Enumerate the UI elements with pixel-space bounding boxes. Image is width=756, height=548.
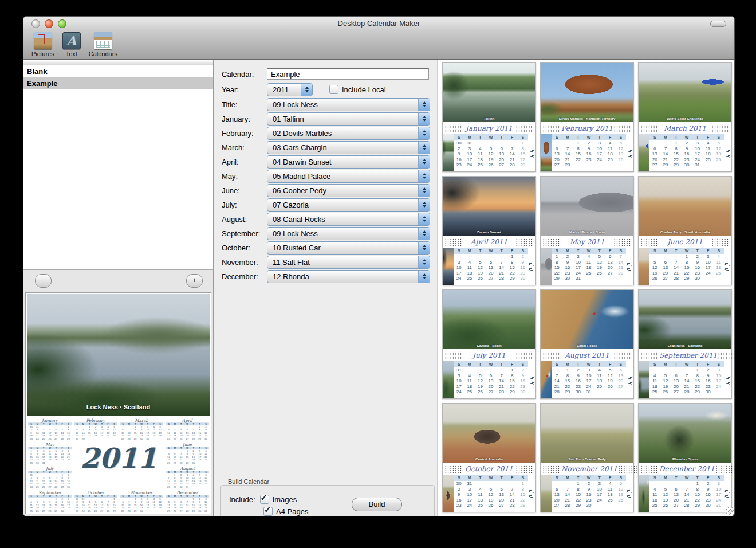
month-select-december[interactable]: 12 Rhonda	[267, 270, 430, 283]
weekday-letter: S	[454, 248, 464, 254]
resize-grip-icon[interactable]	[726, 507, 734, 515]
date-cell: 18	[649, 384, 660, 390]
remove-calendar-button[interactable]: −	[35, 274, 52, 288]
popup-arrows-icon[interactable]	[418, 228, 430, 240]
month-card-january: TallinnJanuary 2011SMTWTFS30311234567891…	[442, 62, 536, 172]
calendar-name-input[interactable]	[267, 68, 429, 80]
weekday-letter: T	[692, 134, 703, 140]
month-select-april[interactable]: 04 Darwin Sunset	[267, 155, 430, 169]
toolbar-item-text[interactable]: AText	[62, 29, 81, 57]
date-cell	[486, 140, 497, 146]
month-label: February:	[222, 129, 267, 138]
date-cell: 23	[517, 384, 528, 390]
month-select-november[interactable]: 11 Salt Flat	[267, 256, 430, 269]
title-bar[interactable]: Desktop Calendar Maker	[23, 17, 734, 29]
date-cell: 22	[573, 498, 584, 503]
build-button[interactable]: Build	[352, 498, 402, 511]
calendar-list-item-blank[interactable]: Blank	[23, 65, 213, 77]
mini-date-cell: 31	[144, 437, 151, 440]
date-cell: 27	[486, 276, 497, 281]
include-images-checkbox[interactable]	[260, 495, 269, 504]
month-select-may[interactable]: 05 Madrid Palace	[267, 170, 430, 183]
arrow-up-icon	[423, 173, 426, 175]
date-cell: 3	[713, 367, 724, 373]
date-cell: 29	[517, 162, 528, 168]
date-cell	[464, 367, 475, 373]
date-cell: 12	[660, 492, 671, 498]
date-cell	[615, 276, 626, 281]
toolbar-item-pictures[interactable]: Pictures	[32, 29, 54, 57]
date-cell: 9	[682, 146, 692, 152]
popup-arrows-icon[interactable]	[418, 99, 430, 111]
stepper-arrows-icon[interactable]	[301, 84, 312, 96]
weekday-letter: S	[552, 475, 562, 481]
include-a4-checkbox[interactable]	[263, 507, 273, 516]
weekday-letter: T	[594, 248, 605, 254]
date-cell: 26	[475, 276, 486, 281]
month-select-value: 02 Devils Marbles	[267, 129, 332, 138]
popup-arrows-icon[interactable]	[418, 185, 430, 197]
include-local-checkbox[interactable]	[329, 85, 338, 94]
month-select-february[interactable]: 02 Devils Marbles	[267, 127, 430, 140]
month-label: December:	[222, 272, 267, 281]
date-cell: 13	[671, 492, 682, 498]
date-cell: 21	[507, 498, 518, 503]
date-cell: 27	[486, 389, 497, 395]
date-cell: 22	[552, 271, 562, 276]
date-cell: 8	[507, 260, 518, 265]
weekday-letter: S	[615, 248, 626, 254]
date-cell: 1	[573, 481, 584, 487]
rotated-note-icon	[725, 494, 731, 498]
month-select-october[interactable]: 10 Rusted Car	[267, 241, 430, 255]
popup-arrows-icon[interactable]	[418, 242, 430, 254]
mini-date-row: 2728	[74, 437, 117, 440]
year-stepper[interactable]: 2011	[267, 83, 313, 96]
calendar-list-item-example[interactable]: Example	[23, 77, 213, 89]
calendar-list[interactable]: BlankExample	[23, 65, 213, 270]
title-select[interactable]: 09 Lock Ness	[267, 98, 430, 111]
month-select-june[interactable]: 06 Coober Pedy	[267, 184, 430, 197]
month-grid: SMTWTFS123456789101112131415161718192021…	[454, 248, 528, 285]
toolbar-item-calendars[interactable]: Calendars	[89, 29, 117, 57]
popup-arrows-icon[interactable]	[418, 127, 430, 139]
mini-date-cell: 27	[172, 461, 178, 464]
month-select-july[interactable]: 07 Cazorla	[267, 198, 430, 212]
date-cell: 11	[605, 146, 616, 152]
arrow-up-icon	[423, 144, 426, 147]
popup-arrows-icon[interactable]	[418, 199, 430, 211]
popup-arrows-icon[interactable]	[418, 271, 430, 283]
popup-arrows-icon[interactable]	[418, 113, 430, 125]
popup-arrows-icon[interactable]	[418, 213, 430, 225]
month-row-june: June:06 Coober Pedy	[222, 184, 430, 197]
month-select-september[interactable]: 09 Lock Ness	[267, 227, 430, 240]
mini-date-cell: 26	[166, 461, 172, 464]
date-cell: 6	[486, 260, 497, 265]
date-row: 24252627282930	[454, 389, 528, 395]
date-cell: 8	[573, 487, 584, 492]
date-cell: 17	[692, 151, 703, 157]
toolbar-toggle-pill[interactable]	[710, 21, 726, 27]
date-cell: 20	[605, 265, 616, 271]
popup-arrows-icon[interactable]	[418, 170, 430, 182]
mini-date-cell	[99, 437, 105, 440]
date-cell: 21	[660, 157, 671, 163]
date-cell: 30	[454, 140, 464, 146]
date-cell: 4	[605, 140, 616, 146]
month-select-march[interactable]: 03 Cars Chargin	[267, 141, 430, 154]
date-cell: 7	[507, 487, 518, 492]
month-select-august[interactable]: 08 Canal Rocks	[267, 213, 430, 226]
date-cell: 15	[692, 378, 703, 384]
add-calendar-button[interactable]: +	[186, 274, 203, 288]
arrow-up-icon	[423, 130, 426, 132]
date-cell: 21	[682, 498, 692, 503]
month-label: September:	[222, 229, 267, 238]
mini-month-inner: JulySMTWTFS31123456789101112131415161718…	[28, 466, 72, 488]
popup-arrows-icon[interactable]	[418, 156, 430, 168]
month-select-january[interactable]: 01 Tallinn	[267, 112, 430, 126]
date-cell: 20	[496, 498, 507, 503]
month-card-may: Madrid Palace · SpainMay 2011SMTWTFS1234…	[540, 176, 634, 285]
popup-arrows-icon[interactable]	[418, 256, 430, 268]
date-cell: 25	[605, 498, 616, 503]
popup-arrows-icon[interactable]	[418, 142, 430, 154]
date-cell: 19	[660, 498, 671, 503]
